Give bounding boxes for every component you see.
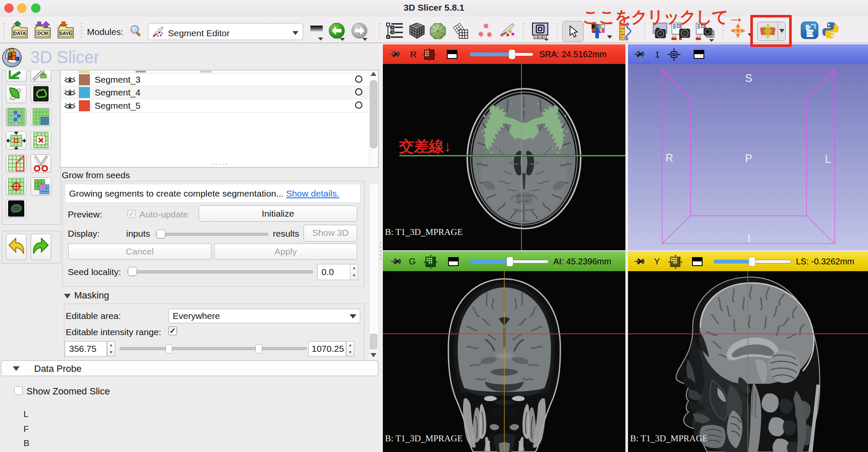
svg-text:P: P bbox=[745, 152, 752, 164]
svg-text:R: R bbox=[665, 152, 673, 164]
svg-text:DATA: DATA bbox=[14, 31, 26, 36]
svg-text:B: T1_3D_MPRAGE: B: T1_3D_MPRAGE bbox=[385, 433, 463, 443]
svg-text:DCM: DCM bbox=[37, 31, 48, 36]
svg-text:I: I bbox=[748, 232, 751, 244]
svg-text:L: L bbox=[825, 153, 831, 165]
svg-text:B: T1_3D_MPRAGE: B: T1_3D_MPRAGE bbox=[385, 227, 463, 237]
svg-text:交差線↓: 交差線↓ bbox=[399, 138, 451, 154]
svg-text:S: S bbox=[745, 72, 752, 84]
svg-text:SAVE: SAVE bbox=[59, 31, 72, 36]
svg-text:B: T1_3D_MPRAGE: B: T1_3D_MPRAGE bbox=[630, 433, 708, 443]
